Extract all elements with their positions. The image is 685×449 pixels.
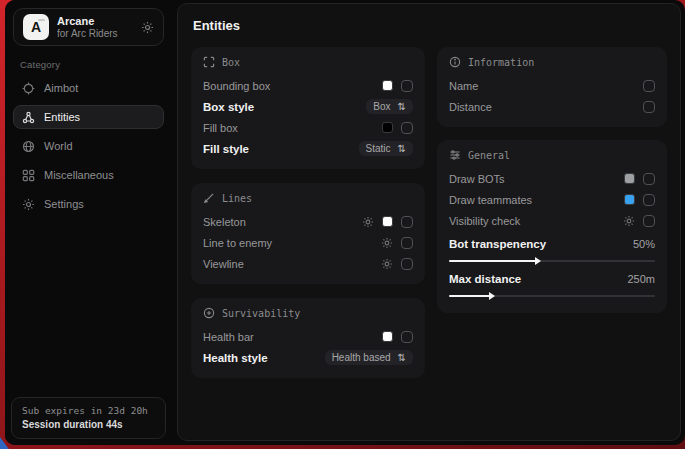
- setting-row-viewline: Viewline: [203, 253, 413, 274]
- slider-thumb[interactable]: [489, 292, 495, 300]
- sidebar-item-miscellaneous[interactable]: Miscellaneous: [13, 163, 164, 187]
- setting-label: Distance: [449, 101, 635, 113]
- max-distance-slider[interactable]: [449, 295, 655, 297]
- entities-icon: [22, 111, 35, 124]
- sidebar-item-entities[interactable]: Entities: [13, 105, 164, 129]
- sidebar-item-world[interactable]: World: [13, 134, 164, 158]
- line-to-enemy-checkbox[interactable]: [401, 237, 413, 249]
- dropdown-value: Health based: [332, 352, 391, 363]
- fill-style-dropdown[interactable]: Static ⇅: [359, 141, 413, 156]
- app-name: Arcane: [57, 15, 133, 28]
- chevron-up-down-icon: ⇅: [398, 143, 406, 154]
- bot-transparency-slider[interactable]: [449, 260, 655, 262]
- color-swatch[interactable]: [382, 80, 393, 91]
- setting-row-box-style: Box style Box ⇅: [203, 96, 413, 117]
- fill-box-checkbox[interactable]: [401, 122, 413, 134]
- brand-gear-icon[interactable]: [141, 21, 154, 34]
- section-title: Survivability: [222, 308, 300, 319]
- slider-value: 250m: [627, 273, 655, 285]
- distance-checkbox[interactable]: [643, 101, 655, 113]
- globe-icon: [22, 140, 35, 153]
- bot-transparency-group: Bot transpenency 50%: [449, 233, 655, 262]
- setting-label: Fill style: [203, 143, 351, 155]
- mouse-cursor: [0, 437, 11, 449]
- health-bar-checkbox[interactable]: [401, 331, 413, 343]
- setting-row-fill-style: Fill style Static ⇅: [203, 138, 413, 159]
- right-column: Information Name Distance: [437, 47, 667, 313]
- app-window: A Arcane for Arc Riders Category: [5, 0, 685, 445]
- name-checkbox[interactable]: [643, 80, 655, 92]
- settings-gear-icon[interactable]: [381, 258, 393, 270]
- setting-label: Max distance: [449, 273, 620, 285]
- setting-label: Draw BOTs: [449, 173, 616, 185]
- sidebar-item-label: Miscellaneous: [44, 169, 114, 181]
- color-swatch[interactable]: [382, 122, 393, 133]
- app-logo: A: [23, 14, 49, 40]
- general-card-header: General: [449, 149, 655, 161]
- sidebar-item-label: Settings: [44, 198, 84, 210]
- section-title: General: [468, 150, 510, 161]
- grid-icon: [22, 169, 35, 182]
- health-cross-icon: [203, 307, 215, 319]
- draw-bots-checkbox[interactable]: [643, 173, 655, 185]
- gear-icon: [22, 198, 35, 211]
- setting-label: Skeleton: [203, 216, 354, 228]
- session-duration-text: Session duration 44s: [22, 419, 155, 430]
- sliders-icon: [449, 149, 461, 161]
- visibility-check-checkbox[interactable]: [643, 215, 655, 227]
- color-swatch[interactable]: [624, 173, 635, 184]
- info-icon: [449, 56, 461, 68]
- setting-label: Fill box: [203, 122, 374, 134]
- color-swatch[interactable]: [382, 331, 393, 342]
- sub-expires-text: Sub expires in 23d 20h: [22, 405, 155, 416]
- setting-label: Name: [449, 80, 635, 92]
- line-icon: [203, 192, 215, 204]
- page-title: Entities: [193, 18, 667, 33]
- information-card-header: Information: [449, 56, 655, 68]
- setting-row-fill-box: Fill box: [203, 117, 413, 138]
- subscription-card: Sub expires in 23d 20h Session duration …: [11, 397, 166, 439]
- setting-row-skeleton: Skeleton: [203, 211, 413, 232]
- box-style-dropdown[interactable]: Box ⇅: [366, 99, 413, 114]
- setting-label: Health style: [203, 352, 317, 364]
- dropdown-value: Box: [373, 101, 390, 112]
- dropdown-value: Static: [366, 143, 391, 154]
- viewline-checkbox[interactable]: [401, 258, 413, 270]
- color-swatch[interactable]: [382, 216, 393, 227]
- left-column: Box Bounding box Box style Box ⇅: [191, 47, 425, 378]
- color-swatch[interactable]: [624, 194, 635, 205]
- skeleton-checkbox[interactable]: [401, 216, 413, 228]
- draw-teammates-checkbox[interactable]: [643, 194, 655, 206]
- section-title: Information: [468, 57, 534, 68]
- health-style-dropdown[interactable]: Health based ⇅: [325, 350, 413, 365]
- sidebar: A Arcane for Arc Riders Category: [5, 0, 172, 445]
- lines-card-header: Lines: [203, 192, 413, 204]
- sidebar-item-aimbot[interactable]: Aimbot: [13, 76, 164, 100]
- setting-label: Line to enemy: [203, 237, 373, 249]
- settings-gear-icon[interactable]: [362, 216, 374, 228]
- section-title: Lines: [222, 193, 252, 204]
- setting-label: Bot transpenency: [449, 238, 625, 250]
- setting-row-distance: Distance: [449, 96, 655, 117]
- slider-thumb[interactable]: [535, 257, 541, 265]
- setting-row-draw-teammates: Draw teammates: [449, 189, 655, 210]
- box-card: Box Bounding box Box style Box ⇅: [191, 47, 425, 169]
- settings-gear-icon[interactable]: [381, 237, 393, 249]
- setting-row-line-to-enemy: Line to enemy: [203, 232, 413, 253]
- information-card: Information Name Distance: [437, 47, 667, 127]
- setting-row-health-style: Health style Health based ⇅: [203, 347, 413, 368]
- survivability-card: Survivability Health bar Health style He…: [191, 298, 425, 378]
- sidebar-item-label: World: [44, 140, 73, 152]
- sidebar-item-label: Aimbot: [44, 82, 78, 94]
- sidebar-item-settings[interactable]: Settings: [13, 192, 164, 216]
- slider-fill: [449, 295, 490, 297]
- app-subtitle: for Arc Riders: [57, 28, 133, 40]
- slider-label-row: Bot transpenency 50%: [449, 233, 655, 254]
- slider-value: 50%: [633, 238, 655, 250]
- bounding-box-checkbox[interactable]: [401, 80, 413, 92]
- brand-card: A Arcane for Arc Riders: [13, 8, 164, 46]
- settings-gear-icon[interactable]: [623, 215, 635, 227]
- chevron-up-down-icon: ⇅: [398, 101, 406, 112]
- setting-row-draw-bots: Draw BOTs: [449, 168, 655, 189]
- slider-fill: [449, 260, 536, 262]
